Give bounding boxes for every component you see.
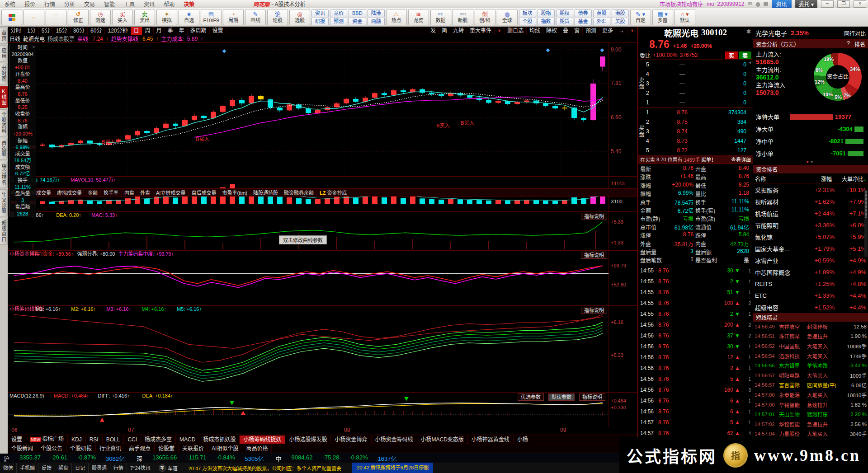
buy-button[interactable]: 买 <box>725 52 738 59</box>
fund-rank-row[interactable]: 冰雪产业+0.59%+4.9% <box>753 254 868 266</box>
volume-tab-融资融券余额[interactable]: 融资融券余额 <box>281 189 317 196</box>
tick-row[interactable]: 14:568.762 ▲1 <box>638 363 753 374</box>
indicator-tab-小杨MACD变态版[interactable]: 小杨MACD变态版 <box>417 436 468 444</box>
short-line-row[interactable]: 14:56:49吉祥航空封涨停板12.58 <box>753 322 868 332</box>
period-tool-九转-2[interactable]: 九转 <box>450 27 467 35</box>
volume-tab-外盘[interactable]: 外盘 <box>137 189 153 196</box>
mail-icon[interactable]: ✉ <box>748 1 752 7</box>
tick-row[interactable]: 14:558.76100 ▲2 <box>638 298 753 309</box>
fund-rank-row[interactable]: 国家大基金...+1.79%+5.1% <box>753 243 868 254</box>
volume-tab-AI立桩成交量[interactable]: AI立桩成交量 <box>153 189 189 196</box>
order-book-row[interactable]: 48.731447 <box>645 136 753 145</box>
menu-item-decision[interactable]: 决策 <box>179 0 199 8</box>
fund-rank-row[interactable]: 节能照明+3.36%+6.0% <box>753 219 868 231</box>
toolbar-button-自选[interactable]: ★自选 <box>179 9 199 25</box>
period-年[interactable]: 年 <box>176 27 188 35</box>
view-detail-link[interactable]: 查看详细 <box>731 156 751 163</box>
tick-list[interactable]: 14:558.7630 ▼114:558.762 ▼114:558.7651 ▼… <box>638 265 753 450</box>
sidebar-tab-分时图[interactable]: 分时图 <box>0 63 8 84</box>
bell-icon[interactable] <box>756 2 760 6</box>
toolbar-button-新股[interactable]: IPO新股 <box>453 9 473 25</box>
toolbar-button-全球[interactable]: ◍全球 <box>497 9 518 25</box>
news-tab-AI相似个股[interactable]: AI相似个股 <box>208 445 242 453</box>
fund-rank-row[interactable]: 中芯国际概念+1.89%+4.9% <box>753 266 868 278</box>
news-tab-行业资讯[interactable]: 行业资讯 <box>96 445 125 453</box>
volume-tab-换手率[interactable]: 换手率 <box>101 189 122 196</box>
period-1分[interactable]: 1分 <box>24 27 39 35</box>
gear-icon[interactable]: ✱ <box>746 28 751 35</box>
period-分时[interactable]: 分时 <box>8 27 24 35</box>
bottom-link-反馈[interactable]: 反馈 <box>38 463 55 473</box>
indicator-tab-杨成杰抓妖股[interactable]: 杨成杰抓妖股 <box>199 436 240 444</box>
sidebar-tab-个股资料[interactable]: 个股资料 <box>0 109 8 136</box>
toolbar-button-研报[interactable]: 研报 <box>311 18 329 25</box>
short-line-row[interactable]: 14:56:57富吉国际区间放量(平)6.06亿 <box>753 380 868 390</box>
period-设置[interactable]: 设置 <box>210 27 226 35</box>
bottom-link-7*24快讯[interactable]: 7*24快讯 <box>127 463 154 473</box>
fund-rank-row[interactable]: ETC+1.33%+4.4% <box>753 290 868 301</box>
period-tool-除权-7[interactable]: 除权 <box>543 27 560 35</box>
big-order-notice[interactable]: 在买盘8.70位置有 1459手 买单！ 查看详细 <box>638 155 753 164</box>
indicator-tab-设置[interactable]: 设置 <box>8 436 26 444</box>
scrollbar[interactable] <box>864 189 868 257</box>
tick-row[interactable]: 14:568.76200 ▲2 <box>638 319 753 330</box>
period-季[interactable]: 季 <box>165 27 176 35</box>
order-book-row[interactable]: 2—0 <box>645 88 753 98</box>
indicator-tab-小杨筹码线捉妖[interactable]: 小杨筹码线捉妖 <box>240 436 285 444</box>
order-book-row[interactable]: 38.74490 <box>645 126 753 136</box>
volume-tab-内盘[interactable]: 内盘 <box>122 189 137 196</box>
menu-item-资讯[interactable]: 资讯 <box>139 0 159 8</box>
toolbar-button-基金[interactable]: 基金 <box>575 18 592 25</box>
fund-rank-row[interactable]: REITS+1.25%+4.8% <box>753 278 868 290</box>
book-scroll-icon[interactable]: ▼ <box>748 61 752 65</box>
diff-explain-button[interactable]: 指标说明 <box>581 213 607 220</box>
toolbar-button-债券[interactable]: 债券 <box>575 9 592 17</box>
toolbar-button-热点[interactable]: ♨热点 <box>386 9 407 25</box>
indicator-tab-小杨神器黄金线[interactable]: 小杨神器黄金线 <box>468 436 514 444</box>
menu-item-交易[interactable]: 交易 <box>80 0 99 8</box>
bottom-link-解盘[interactable]: 解盘 <box>55 463 72 473</box>
data-window[interactable]: × 时间20200904数值+80.01开盘价8.40最高价8.76最低价8.2… <box>9 44 36 217</box>
indicator-tab-MACD[interactable]: MACD <box>176 436 199 444</box>
period-tool-▼-13[interactable]: ▼ <box>627 27 637 35</box>
short-line-list[interactable]: 14:56:49吉祥航空封涨停板12.5814:56:51珠江钢琴急速拉升1.9… <box>753 322 868 439</box>
fund-rank-list[interactable]: 采掘服务+2.31%+10.1%视听器材+1.62%+7.9%机场航运+2.44… <box>753 184 868 313</box>
news-ticker-highlight[interactable]: 20:42 腾讯微博将于9月28日停服 <box>352 463 433 473</box>
macd-default-button[interactable]: 默认参数 <box>548 393 575 401</box>
fund-rank-row[interactable]: 视听器材+1.62%+7.9% <box>753 196 868 207</box>
toolbar-button-股指[interactable]: 股指 <box>538 9 555 17</box>
news-tab-高手观点[interactable]: 高手观点 <box>125 445 155 453</box>
sidebar-tab-牛叉诊股[interactable]: 牛叉诊股 <box>0 189 8 216</box>
fund-rank-row[interactable]: 氮化镓+5.07%+5.9% <box>753 231 868 243</box>
toolbar-button-两融[interactable]: 两融 <box>368 18 385 25</box>
bottom-link-股灵通[interactable]: 股灵通 <box>89 463 110 473</box>
menu-item-帮助[interactable]: 帮助 <box>159 0 179 8</box>
short-line-row[interactable]: 14:57:01天山生物猛烈打压-2.20 % <box>753 409 868 419</box>
indicator-tab-BOLL[interactable]: BOLL <box>103 436 124 444</box>
sell-button[interactable]: 卖 <box>739 52 751 59</box>
market-hot-message[interactable]: 市场板块轮动有序 <box>660 0 703 8</box>
window-maximize-button[interactable]: ❐ <box>837 0 850 8</box>
toolbar-button-测速[interactable]: ◷测速 <box>90 9 111 25</box>
toolbar-button-卖出[interactable]: 卖卖出 <box>134 9 155 25</box>
short-line-row[interactable]: 14:56:51珠江钢琴急速拉升1.90 % <box>753 332 868 342</box>
rank-table-header[interactable]: 名称 涨幅 大单净比↓ <box>753 173 868 184</box>
toolbar-button-多窗[interactable]: ▦ ▾多窗 <box>652 9 673 25</box>
help-icon[interactable]: ? <box>847 40 850 48</box>
toolbar-button-龙虎[interactable]: ≋龙虎 <box>408 9 429 25</box>
toolbar-button-创/科[interactable]: 创创/科 <box>475 9 495 25</box>
tick-row[interactable]: 14:558.7630 ▼1 <box>638 265 753 276</box>
short-line-row[interactable]: 14:56:52中国国航大笔买入10089手 <box>753 341 868 351</box>
toolbar-button-竞价[interactable]: 竞价 <box>330 9 347 17</box>
tick-row[interactable]: 14:578.765 ▲1 <box>638 417 753 428</box>
indicator-tab-杨成杰多空[interactable]: 杨成杰多空 <box>141 436 176 444</box>
info-button[interactable]: 资讯 <box>772 0 792 8</box>
indicator-tab-指标广场[interactable]: NEW指标广场 <box>26 435 68 444</box>
period-tool-发-0[interactable]: 发 <box>428 27 439 35</box>
toolbar-button-资讯[interactable]: 资讯 <box>311 9 329 17</box>
game-explain-button[interactable]: 指标说明 <box>581 252 607 259</box>
toolbar-button-预测[interactable]: 预测 <box>330 18 347 25</box>
period-5分[interactable]: 5分 <box>39 27 53 35</box>
index-深[interactable]: 深13656.66-115.71-0.84%5305亿 <box>137 454 264 463</box>
period-tool-简-1[interactable]: 简 <box>439 27 450 35</box>
